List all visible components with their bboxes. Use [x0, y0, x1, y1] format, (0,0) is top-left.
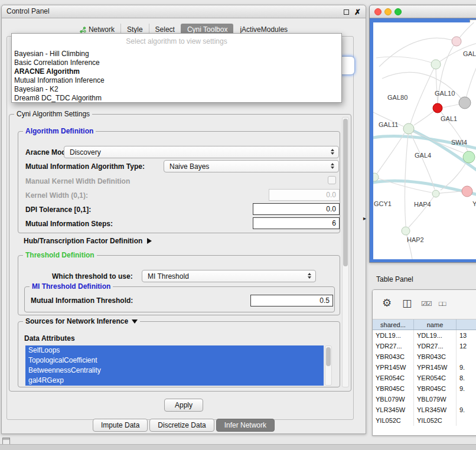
scrollbar-thumb[interactable] — [326, 347, 331, 366]
tab-label: Style — [127, 25, 143, 34]
deselect-columns-icon[interactable]: □□ — [439, 300, 445, 307]
algorithm-option-mutual-information-inference[interactable]: Mutual Information Inference — [12, 76, 341, 85]
splitter-collapse-icon[interactable]: ▸ — [363, 215, 366, 221]
bottom-tab-discretize-data[interactable]: Discretize Data — [149, 419, 214, 432]
table-cell: YIL052C — [373, 415, 414, 426]
manual-kernel-label: Manual Kernel Width Definition — [25, 175, 130, 187]
algorithm-option-bayesian-k2[interactable]: Bayesian - K2 — [12, 85, 341, 94]
network-node[interactable] — [452, 37, 461, 46]
network-node[interactable] — [373, 173, 379, 181]
table-row[interactable]: YLR345WYLR345W9. — [373, 405, 476, 415]
algorithm-placeholder: Select algorithm to view settings — [12, 34, 341, 50]
table-cell: YBR045C — [373, 383, 414, 394]
collapse-down-icon — [132, 319, 138, 324]
attribute-item-topologicalcoefficient[interactable]: TopologicalCoefficient — [25, 356, 324, 366]
algorithm-dropdown-popup: Select algorithm to view settings Bayesi… — [11, 33, 342, 103]
combo-arrows-icon — [331, 149, 334, 155]
attribute-item-selfloops[interactable]: SelfLoops — [25, 345, 324, 356]
minimize-traffic-icon[interactable] — [384, 8, 392, 15]
settings-scrollbar[interactable] — [342, 117, 349, 387]
tab-label: jActiveModules — [240, 25, 288, 34]
gear-icon[interactable]: ⚙ — [382, 296, 392, 309]
attribute-item-betweennesscentrality[interactable]: BetweennessCentrality — [25, 366, 324, 376]
apply-button[interactable]: Apply — [164, 399, 203, 412]
network-node[interactable] — [431, 60, 441, 69]
network-node[interactable] — [463, 151, 475, 163]
table-cell: YLR345W — [373, 405, 414, 415]
which-threshold-select[interactable]: MI Threshold — [142, 270, 316, 282]
network-node[interactable] — [432, 190, 439, 197]
algorithm-option-basic-correlation-inference[interactable]: Basic Correlation Inference — [12, 58, 341, 67]
network-node[interactable] — [433, 103, 442, 113]
table-panel-title: Table Panel — [376, 275, 413, 283]
mi-threshold-input[interactable] — [250, 295, 333, 306]
node-label-yb: YB — [472, 200, 476, 207]
attribute-item-gal4rgexp[interactable]: gal4RGexp — [25, 376, 324, 386]
zoom-traffic-icon[interactable] — [395, 8, 402, 15]
aracne-mode-select[interactable]: Discovery — [64, 146, 339, 158]
table-cell: YER054C — [414, 373, 457, 383]
table-row[interactable]: YDR27...YDR27...12 — [373, 341, 476, 351]
combo-arrows-icon — [308, 273, 311, 279]
table-row[interactable]: YIL052CYIL052C — [373, 415, 476, 426]
algorithm-option-aracne-algorithm[interactable]: ARACNE Algorithm — [12, 67, 341, 76]
expand-right-icon — [147, 238, 152, 244]
table-cell: YBR045C — [414, 383, 457, 394]
manual-kernel-checkbox[interactable] — [328, 176, 336, 184]
node-label-swi4: SWI4 — [451, 139, 467, 146]
network-node-labels: GAL80GAL10GAL11GAL1SWI4GAL4GCY1HAP4HAP2G… — [374, 50, 476, 243]
table-row[interactable]: YBL079WYBL079W — [373, 394, 476, 405]
table-row[interactable]: YDL19...YDL19...13 — [373, 330, 476, 341]
column-header-2[interactable] — [457, 319, 476, 330]
attributes-scrollbar[interactable] — [325, 345, 332, 386]
mi-steps-input[interactable] — [253, 217, 340, 229]
select-columns-icon[interactable]: ☑☑ — [421, 300, 432, 308]
node-label-gal4: GAL4 — [415, 152, 431, 159]
dpi-tolerance-label: DPI Tolerance [0,1]: — [25, 204, 91, 216]
node-label-gal10: GAL10 — [435, 90, 455, 97]
column-header-shared[interactable]: shared... — [373, 319, 414, 330]
mi-type-select[interactable]: Naive Bayes — [164, 160, 339, 172]
table-panel-window: ⚙ ◫ ☑☑ □□ shared...name YDL19...YDL19...… — [372, 289, 476, 436]
sources-group-title[interactable]: Sources for Network Inference — [23, 317, 140, 326]
window-controls: ✗ — [344, 5, 361, 18]
algorithm-combo-fragment[interactable] — [341, 56, 355, 75]
control-panel-titlebar[interactable]: Control Panel ✗ — [2, 5, 366, 18]
network-node[interactable] — [402, 227, 410, 235]
algorithm-option-dream8-dc-tdc-algorithm[interactable]: Dream8 DC_TDC Algorithm — [12, 94, 341, 103]
table-row[interactable]: YER054CYER054C8. — [373, 373, 476, 383]
columns-icon[interactable]: ◫ — [402, 297, 412, 309]
float-window-icon[interactable] — [344, 9, 349, 15]
table-cell: 13 — [457, 330, 476, 341]
data-attributes-label: Data Attributes — [24, 332, 75, 344]
mi-type-value: Naive Bayes — [169, 162, 209, 171]
algorithm-definition-group: Algorithm Definition Aracne Mode: Discov… — [18, 131, 340, 233]
algorithm-option-bayesian-hill-climbing[interactable]: Bayesian - Hill Climbing — [12, 50, 341, 58]
node-label-gal2: GAL2 — [463, 50, 476, 57]
mi-threshold-group: MI Threshold Definition Mutual Informati… — [24, 286, 335, 312]
network-node[interactable] — [459, 97, 471, 109]
table-cell — [457, 415, 476, 426]
network-node[interactable] — [462, 186, 472, 197]
bottom-tab-infer-network[interactable]: Infer Network — [216, 419, 275, 432]
network-window-titlebar[interactable] — [370, 5, 476, 18]
aracne-mode-value: Discovery — [70, 148, 101, 156]
close-traffic-icon[interactable] — [374, 8, 382, 15]
network-canvas[interactable]: GAL80GAL10GAL11GAL1SWI4GAL4GCY1HAP4HAP2G… — [373, 22, 476, 259]
column-header-name[interactable]: name — [414, 319, 457, 330]
data-attributes-list[interactable]: SelfLoopsTopologicalCoefficientBetweenne… — [25, 345, 324, 386]
hub-section-toggle[interactable]: Hub/Transcription Factor Definition — [24, 235, 152, 247]
dpi-tolerance-input[interactable] — [253, 203, 340, 215]
table-cell: YPR145W — [414, 362, 457, 373]
mi-type-label: Mutual Information Algorithm Type: — [25, 161, 145, 172]
table-row[interactable]: YBR045CYBR045C9. — [373, 383, 476, 394]
bottom-tab-impute-data[interactable]: Impute Data — [93, 419, 148, 432]
table-row[interactable]: YBR043CYBR043C — [373, 351, 476, 362]
algorithm-popup-items: Bayesian - Hill ClimbingBasic Correlatio… — [12, 50, 341, 103]
table-row[interactable]: YPR145WYPR145W9. — [373, 362, 476, 373]
close-window-icon[interactable]: ✗ — [354, 8, 361, 16]
scrollbar-thumb[interactable] — [343, 119, 348, 266]
table-cell: 8. — [457, 373, 476, 383]
kernel-width-input[interactable] — [269, 189, 340, 201]
network-node[interactable] — [403, 123, 414, 134]
